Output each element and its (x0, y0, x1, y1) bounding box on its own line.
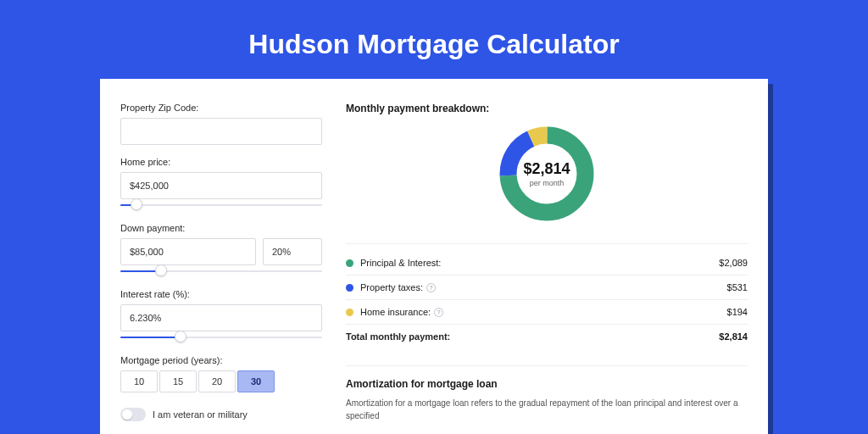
legend-label: Home insurance: ? (360, 307, 443, 317)
amortization-section: Amortization for mortgage loan Amortizat… (346, 365, 748, 422)
slider-knob[interactable] (131, 198, 142, 210)
dot-icon (346, 259, 353, 267)
period-30[interactable]: 30 (237, 370, 275, 392)
inputs-panel: Property Zip Code: Home price: Down paym… (120, 103, 322, 422)
legend-label: Total monthly payment: (346, 331, 450, 342)
page-title: Hudson Mortgage Calculator (0, 0, 868, 79)
down-label: Down payment: (120, 223, 322, 233)
zip-label: Property Zip Code: (120, 103, 322, 113)
legend-row-principal: Principal & Interest: $2,089 (346, 251, 748, 275)
price-field: Home price: (120, 157, 322, 211)
rate-field: Interest rate (%): (120, 289, 322, 343)
price-label: Home price: (120, 157, 322, 167)
amort-title: Amortization for mortgage loan (346, 378, 748, 390)
zip-input[interactable] (120, 118, 322, 145)
down-amount-input[interactable] (120, 238, 256, 265)
period-10[interactable]: 10 (120, 370, 158, 392)
legend-value: $2,089 (719, 258, 748, 268)
breakdown-title: Monthly payment breakdown: (346, 103, 748, 114)
veteran-toggle[interactable] (120, 408, 146, 421)
calculator-card: Property Zip Code: Home price: Down paym… (100, 79, 768, 434)
help-icon[interactable]: ? (434, 308, 443, 317)
slider-knob[interactable] (155, 264, 167, 276)
dot-icon (346, 309, 353, 316)
legend-value: $194 (727, 307, 748, 317)
rate-input[interactable] (120, 304, 322, 331)
price-slider[interactable] (120, 201, 322, 211)
legend-value: $531 (727, 282, 748, 292)
dot-icon (346, 284, 353, 292)
period-group: 10 15 20 30 (120, 370, 322, 392)
zip-field: Property Zip Code: (120, 103, 322, 145)
veteran-label: I am veteran or military (153, 409, 248, 420)
results-panel: Monthly payment breakdown: $2,814 per mo… (346, 103, 748, 422)
legend-label: Principal & Interest: (360, 258, 441, 268)
amort-text: Amortization for a mortgage loan refers … (346, 397, 748, 422)
down-field: Down payment: (120, 223, 322, 277)
rate-slider[interactable] (120, 333, 322, 343)
donut-center-sub: per month (530, 179, 565, 187)
rate-label: Interest rate (%): (120, 289, 322, 299)
down-slider[interactable] (120, 267, 322, 277)
period-field: Mortgage period (years): 10 15 20 30 (120, 355, 322, 392)
period-20[interactable]: 20 (198, 370, 236, 392)
legend-row-insurance: Home insurance: ? $194 (346, 300, 748, 325)
legend: Principal & Interest: $2,089 Property ta… (346, 243, 748, 348)
price-input[interactable] (120, 172, 322, 199)
slider-knob[interactable] (175, 331, 186, 342)
veteran-row: I am veteran or military (120, 408, 322, 421)
donut-center-value: $2,814 (523, 160, 570, 178)
legend-row-total: Total monthly payment: $2,814 (346, 325, 748, 348)
legend-value: $2,814 (719, 331, 748, 342)
period-label: Mortgage period (years): (120, 355, 322, 365)
donut-chart: $2,814 per month (346, 123, 748, 225)
period-15[interactable]: 15 (159, 370, 197, 392)
help-icon[interactable]: ? (426, 283, 436, 292)
down-pct-input[interactable] (263, 238, 322, 265)
legend-label: Property taxes: ? (360, 282, 436, 292)
legend-row-taxes: Property taxes: ? $531 (346, 275, 748, 300)
